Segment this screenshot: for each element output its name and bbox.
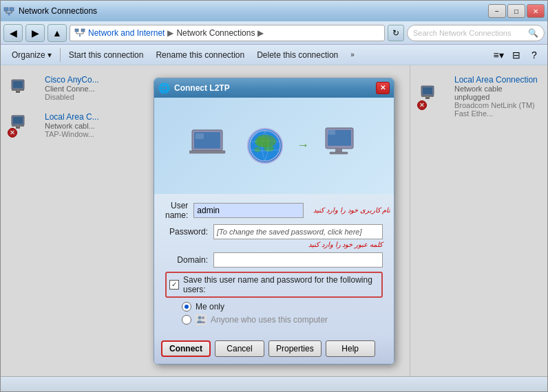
search-placeholder-text: Search Network Connections [413, 29, 511, 37]
domain-row: Domain: [165, 252, 383, 268]
breadcrumb[interactable]: Network and Internet ▶ Network Connectio… [70, 25, 385, 41]
breadcrumb-part2[interactable]: Network Connections [176, 28, 255, 38]
properties-button[interactable]: Properties [268, 340, 322, 357]
panel-toggle-button[interactable]: ⊟ [509, 47, 524, 63]
globe-graphic [247, 128, 283, 164]
password-display[interactable]: [To change the saved password, click her… [213, 224, 383, 239]
help-button-toolbar[interactable]: ? [527, 47, 542, 63]
back-icon: ◀ [10, 28, 17, 39]
status-bar [1, 376, 547, 391]
radio-anyone-button[interactable] [182, 315, 191, 325]
explorer-window: Network Connections − □ ✕ ◀ ▶ ▲ [0, 0, 548, 392]
minimize-button[interactable]: − [488, 4, 506, 18]
user-group-icon [196, 315, 206, 325]
checkmark-icon: ✓ [171, 281, 177, 288]
svg-rect-42 [330, 152, 348, 154]
organize-arrow: ▾ [48, 50, 52, 60]
svg-rect-8 [81, 29, 85, 32]
organize-label: Organize [12, 50, 45, 60]
radio-me-button[interactable] [182, 302, 191, 312]
network-title-icon [3, 6, 14, 17]
globe-icon [249, 128, 282, 164]
toolbar: Organize ▾ Start this connection Rename … [1, 45, 547, 65]
start-connection-button[interactable]: Start this connection [63, 47, 149, 63]
cancel-button[interactable]: Cancel [215, 340, 264, 357]
password-label: Password: [165, 227, 213, 237]
up-button[interactable]: ▲ [48, 24, 67, 42]
help-button[interactable]: Help [326, 340, 375, 357]
radio-anyone-row[interactable]: Anyone who uses this computer [182, 314, 383, 325]
view-arrow-icon: ▾ [499, 50, 504, 61]
title-bar-left: Network Connections [3, 6, 97, 17]
svg-rect-41 [335, 149, 342, 152]
radio-me-row[interactable]: Me only [182, 302, 383, 312]
laptop-graphic [189, 127, 233, 164]
start-connection-label: Start this connection [69, 50, 144, 60]
username-label: User name: [165, 201, 193, 220]
connect-l2tp-dialog: 🌐 Connect L2TP ✕ [154, 78, 394, 364]
dialog-titlebar: 🌐 Connect L2TP ✕ [154, 78, 394, 98]
password-row: Password: [To change the saved password,… [165, 224, 383, 248]
svg-rect-31 [189, 151, 225, 153]
connection-arrow-icon: → [297, 138, 309, 153]
svg-rect-7 [75, 29, 78, 32]
breadcrumb-part1[interactable]: Network and Internet [88, 28, 165, 38]
dialog-overlay: 🌐 Connect L2TP ✕ [1, 65, 547, 376]
refresh-button[interactable]: ↻ [388, 25, 404, 41]
username-input[interactable] [193, 203, 304, 218]
back-button[interactable]: ◀ [3, 24, 23, 42]
maximize-button[interactable]: □ [507, 4, 525, 18]
svg-point-44 [202, 316, 204, 319]
svg-rect-40 [328, 130, 335, 135]
network-illustration: → [154, 98, 394, 194]
radio-me-label: Me only [196, 302, 224, 312]
svg-point-13 [79, 34, 81, 36]
domain-label: Domain: [165, 255, 213, 265]
password-placeholder: [To change the saved password, click her… [217, 228, 362, 236]
address-bar: ◀ ▶ ▲ Network and Internet ▶ Network Con… [1, 21, 547, 45]
rename-connection-label: Rename this connection [156, 50, 244, 60]
search-icon: 🔍 [528, 28, 538, 38]
svg-rect-0 [4, 8, 8, 11]
more-options-button[interactable]: » [345, 47, 360, 63]
breadcrumb-sep2: ▶ [257, 28, 264, 38]
laptop-icon [189, 127, 233, 162]
delete-connection-label: Delete this connection [257, 50, 338, 60]
password-input-row: Password: [To change the saved password,… [165, 224, 383, 239]
svg-rect-32 [196, 133, 204, 139]
radio-group: Me only [165, 302, 383, 325]
title-text: Network Connections [19, 6, 97, 16]
radio-anyone-icon [196, 314, 207, 325]
desktop-icon [323, 127, 359, 162]
view-icon: ≡ [493, 50, 498, 61]
help-icon: ? [531, 50, 537, 61]
svg-point-34 [255, 137, 270, 147]
desktop-graphic [323, 127, 359, 164]
radio-me-dot [185, 305, 189, 309]
save-checkbox[interactable]: ✓ [169, 280, 179, 290]
toolbar-separator-1 [60, 48, 61, 62]
dialog-title-left: 🌐 Connect L2TP [158, 83, 230, 94]
svg-rect-1 [10, 8, 14, 11]
save-checkbox-row: ✓ Save this user name and password for t… [165, 272, 383, 298]
domain-input[interactable] [213, 252, 383, 268]
main-content: Cisco AnyCo... Client Conne... Disabled … [1, 65, 547, 376]
rename-connection-button[interactable]: Rename this connection [150, 47, 250, 63]
title-bar: Network Connections − □ ✕ [1, 1, 547, 21]
dialog-buttons: Connect Cancel Properties Help [154, 336, 394, 364]
dialog-close-button[interactable]: ✕ [376, 82, 390, 94]
connect-button[interactable]: Connect [161, 340, 211, 357]
radio-anyone-label: Anyone who uses this computer [211, 315, 328, 325]
breadcrumb-sep1: ▶ [167, 28, 173, 38]
view-options-button[interactable]: ≡ ▾ [491, 47, 506, 63]
save-label: Save this user name and password for the… [183, 275, 379, 294]
svg-point-43 [198, 316, 202, 319]
title-controls: − □ ✕ [488, 4, 545, 18]
organize-button[interactable]: Organize ▾ [6, 47, 57, 63]
delete-connection-button[interactable]: Delete this connection [251, 47, 344, 63]
password-hint: کلمه عبور خود را وارد کنید [165, 241, 383, 248]
svg-point-6 [8, 14, 10, 16]
search-box[interactable]: Search Network Connections 🔍 [407, 25, 545, 41]
forward-button[interactable]: ▶ [25, 24, 45, 42]
close-button[interactable]: ✕ [527, 4, 545, 18]
